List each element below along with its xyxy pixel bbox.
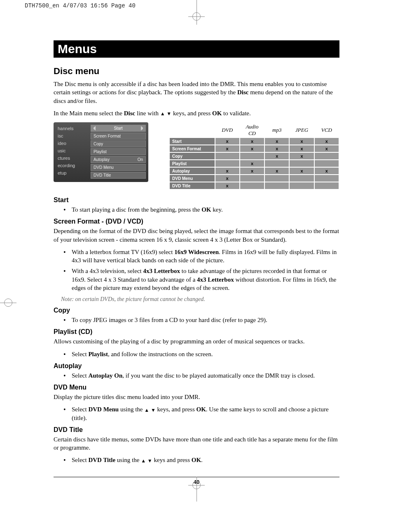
table-cell — [240, 175, 264, 182]
table-cell: x — [264, 138, 289, 145]
heading-screen-format: Screen Format - (DVD / VCD) — [54, 218, 339, 225]
table-cell — [289, 175, 314, 182]
heading-copy: Copy — [54, 307, 339, 314]
table-cell — [314, 175, 339, 182]
table-cell: x — [264, 145, 289, 152]
menu-left-item: isc — [56, 132, 89, 140]
bullet-sf-2: With a 4x3 television, select 4x3 Letter… — [66, 267, 339, 292]
menu-screenshot: hannelsiscideousiccturesecordingetup Sta… — [54, 122, 148, 182]
table-cell: x — [264, 167, 289, 175]
bullet-sf-1: With a letterbox format TV (16x9) select… — [66, 248, 339, 265]
paragraph-dvd-menu: Display the picture titles disc menu loa… — [54, 393, 339, 401]
paragraph-playlist: Allows customising of the playing of a d… — [54, 337, 339, 345]
table-cell: x — [240, 145, 264, 152]
table-row-header: Autoplay — [169, 167, 215, 175]
crop-mark-top — [188, 0, 205, 25]
menu-right-item: Start — [91, 125, 146, 132]
bullet-playlist: Select Playlist, and follow the instruct… — [66, 350, 339, 358]
table-row: Screen Formatxxxxx — [169, 145, 339, 152]
table-row-header: DVD Menu — [169, 175, 215, 182]
right-arrow-icon — [141, 126, 143, 131]
menu-left-item: ideo — [56, 140, 89, 147]
table-row-header: Start — [169, 138, 215, 145]
down-arrow-icon: ▼ — [147, 457, 152, 464]
table-cell — [240, 152, 264, 160]
menu-right-item: Copy — [91, 140, 146, 147]
table-cell: x — [289, 152, 314, 160]
table-cell: x — [314, 145, 339, 152]
up-arrow-icon: ▲ — [144, 407, 149, 413]
crop-mark-left — [0, 296, 16, 309]
menu-right-item: DVD Menu — [91, 164, 146, 171]
table-cell: x — [240, 167, 264, 175]
bullet-dvd-menu: Select DVD Menu using the ▲ ▼ keys, and … — [66, 405, 339, 422]
menu-left-item: ecording — [56, 162, 89, 169]
menu-left-item: etup — [56, 169, 89, 177]
bullet-start: To start playing a disc from the beginni… — [66, 205, 339, 214]
heading-dvd-menu: DVD Menu — [54, 384, 339, 391]
page-content: Menus Disc menu The Disc menu is only ac… — [0, 12, 393, 502]
table-cell: x — [289, 145, 314, 152]
table-cell: x — [240, 138, 264, 145]
table-cell: x — [215, 138, 240, 145]
table-cell — [215, 160, 240, 167]
table-cell: x — [314, 138, 339, 145]
down-arrow-icon: ▼ — [166, 110, 171, 117]
heading-playlist: Playlist (CD) — [54, 328, 339, 336]
table-row-header: DVD Title — [169, 182, 215, 189]
heading-autoplay: Autoplay — [54, 362, 339, 370]
table-row: Playlistx — [169, 160, 339, 167]
bullet-dvd-title: Select DVD Title using the ▲ ▼ keys and … — [66, 456, 339, 464]
left-arrow-icon — [94, 126, 96, 131]
compatibility-table: DVDAudio CDmp3JPEGVCD StartxxxxxScreen F… — [169, 122, 339, 190]
table-row: DVD Titlex — [169, 182, 339, 189]
paragraph-dvd-title: Certain discs have title menus, some DVD… — [54, 435, 339, 452]
menu-right-item: Screen Format — [91, 133, 146, 140]
table-row-header: Playlist — [169, 160, 215, 167]
heading-start: Start — [54, 196, 339, 204]
up-arrow-icon: ▲ — [160, 110, 165, 117]
intro-paragraph-2: In the Main menu select the Disc line wi… — [54, 109, 339, 117]
table-cell: x — [264, 152, 289, 160]
table-row-header: Copy — [169, 152, 215, 160]
table-cell — [314, 182, 339, 189]
table-row: Autoplayxxxxx — [169, 167, 339, 175]
table-cell — [240, 182, 264, 189]
table-cell: x — [289, 167, 314, 175]
table-row: Copyxx — [169, 152, 339, 160]
table-col-header: JPEG — [289, 123, 314, 138]
title-bar: Menus — [54, 40, 339, 58]
menu-left-item: usic — [56, 147, 89, 154]
section-heading-disc-menu: Disc menu — [54, 66, 339, 77]
table-cell: x — [289, 138, 314, 145]
table-cell: x — [314, 167, 339, 175]
intro-paragraph-1: The Disc menu is only accessible if a di… — [54, 80, 339, 105]
menu-right-item: DVD Title — [91, 172, 146, 179]
table-col-header: DVD — [215, 123, 240, 138]
table-cell: x — [240, 160, 264, 167]
table-cell — [289, 182, 314, 189]
table-col-header: mp3 — [264, 123, 289, 138]
menu-right-item: Playlist — [91, 148, 146, 155]
table-cell — [264, 175, 289, 182]
table-cell — [264, 160, 289, 167]
menu-right-item: AutoplayOn — [91, 156, 146, 163]
table-row: DVD Menux — [169, 175, 339, 182]
table-col-header: Audio CD — [240, 123, 264, 138]
table-cell: x — [215, 182, 240, 189]
table-cell — [264, 182, 289, 189]
table-cell: x — [215, 175, 240, 182]
note-screen-format: Note: on certain DVDs, the picture forma… — [61, 296, 339, 303]
table-cell: x — [215, 167, 240, 175]
menu-left-item: ctures — [56, 154, 89, 162]
crop-mark-bottom — [188, 477, 205, 502]
table-cell — [289, 160, 314, 167]
down-arrow-icon: ▼ — [151, 407, 156, 413]
menu-left-item: hannels — [56, 125, 89, 132]
up-arrow-icon: ▲ — [141, 457, 146, 464]
bullet-copy: To copy JPEG images or 3 files from a CD… — [66, 316, 339, 324]
table-cell: x — [215, 145, 240, 152]
table-col-header: VCD — [314, 123, 339, 138]
heading-dvd-title: DVD Title — [54, 426, 339, 434]
table-cell — [314, 160, 339, 167]
